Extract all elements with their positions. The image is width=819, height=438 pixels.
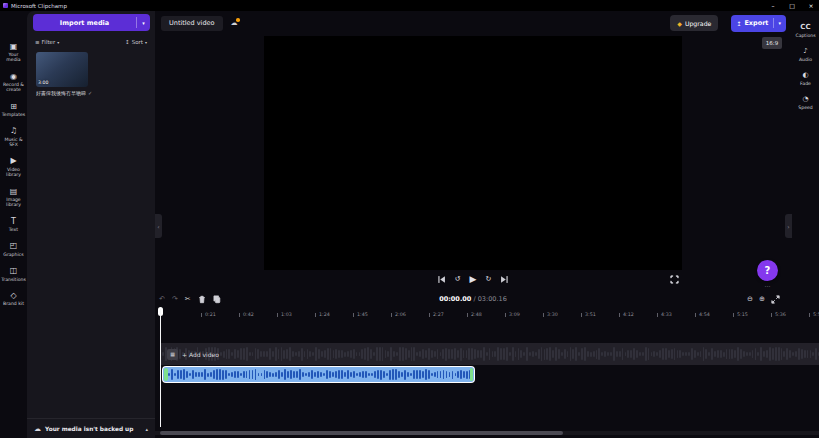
skip-to-start-button[interactable] [437, 275, 446, 284]
sidebar-item-brand-kit[interactable]: ◇ Brand kit [0, 286, 27, 311]
right-sidebar: CC Captions ♪ Audio ◐ Fade ◔ Speed [792, 11, 819, 291]
ruler-label: 3:51 [585, 312, 596, 317]
filter-button[interactable]: ≡ Filter ▾ [35, 39, 59, 45]
import-media-dropdown[interactable]: ▾ [136, 17, 150, 28]
sidebar-item-record-create[interactable]: ◉ Record & create [0, 67, 27, 97]
audio-clip[interactable] [163, 367, 474, 382]
collapse-right-panel-handle[interactable]: › [785, 214, 792, 238]
zoom-fit-icon[interactable] [771, 295, 780, 304]
ruler-tick [543, 313, 544, 317]
sidebar-item-templates[interactable]: ⊞ Templates [0, 97, 27, 122]
ruler-cell: 3:09 [505, 312, 543, 317]
ruler-cell: 1:03 [277, 312, 315, 317]
ruler-label: 5:57 [813, 312, 819, 317]
media-thumbnail[interactable]: 3:00 [36, 52, 88, 87]
sort-button[interactable]: ↕ Sort ▾ [125, 39, 147, 45]
sidebar-item-label: Graphics [3, 252, 23, 257]
filter-label: Filter [42, 39, 56, 45]
export-label: Export [744, 19, 768, 27]
fullscreen-button[interactable] [670, 275, 679, 284]
minimize-button[interactable]: – [765, 0, 781, 11]
chevron-down-icon: ▾ [57, 40, 59, 45]
ruler-cell: 3:30 [543, 312, 581, 317]
sidebar-item-your-media[interactable]: ▣ Your media [0, 37, 27, 67]
skip-to-end-button[interactable] [500, 275, 509, 284]
zoom-out-icon[interactable]: ⊖ [747, 295, 753, 303]
ruler-label: 4:12 [623, 312, 634, 317]
media-item-name: 好書俾我後悔冇早啲睇 [36, 90, 86, 96]
undo-button[interactable]: ↶ [159, 295, 165, 303]
ruler-tick [771, 313, 772, 317]
panel-item-fade[interactable]: ◐ Fade [792, 66, 819, 90]
close-button[interactable]: × [803, 0, 819, 11]
sort-label: Sort [132, 39, 143, 45]
ruler-label: 1:45 [357, 312, 368, 317]
ruler-tick [619, 313, 620, 317]
sidebar-item-image-library[interactable]: ▤ Image library [0, 182, 27, 212]
export-dropdown[interactable]: ▾ [773, 18, 781, 28]
backup-notice-bar: ☁ Your media isn't backed up ▴ [27, 418, 155, 438]
replay-button[interactable]: ↺ [455, 275, 461, 283]
ruler-label: 0:21 [205, 312, 216, 317]
panel-item-speed[interactable]: ◔ Speed [792, 90, 819, 114]
redo-button[interactable]: ↷ [172, 295, 178, 303]
video-preview[interactable] [264, 36, 682, 270]
maximize-button[interactable]: □ [784, 0, 800, 11]
media-panel: Import media ▾ ≡ Filter ▾ ↕ Sort ▾ 3:00 … [27, 11, 155, 438]
delete-button[interactable] [198, 295, 206, 304]
zoom-in-icon[interactable]: ⊕ [759, 295, 765, 303]
trim-handle-right[interactable] [470, 368, 474, 381]
timecode: 00:00.00 / 03:00.16 [264, 295, 682, 303]
aspect-ratio-button[interactable]: 16:9 [762, 37, 782, 49]
export-button[interactable]: ↥ Export ▾ [731, 15, 786, 32]
ruler-cell: 2:27 [429, 312, 467, 317]
upgrade-button[interactable]: ◆ Upgrade [670, 15, 718, 31]
import-media-button[interactable]: Import media ▾ [33, 14, 150, 31]
sidebar-item-label: Video library [1, 167, 26, 178]
trim-handle-left[interactable] [164, 368, 168, 381]
forward-button[interactable]: ↻ [485, 275, 491, 283]
sidebar-item-text[interactable]: T Text [0, 212, 27, 237]
sidebar-item-label: Your media [1, 52, 26, 63]
media-duration-badge: 3:00 [38, 80, 48, 85]
sidebar-icon-your-media: ▣ [10, 42, 18, 51]
sidebar-item-music-sfx[interactable]: ♫ Music & SFX [0, 122, 27, 152]
chevron-up-icon[interactable]: ▴ [145, 426, 148, 432]
duplicate-button[interactable] [213, 295, 221, 304]
timecode-current: 00:00.00 [439, 295, 471, 303]
sidebar-icon-record-create: ◉ [10, 72, 17, 81]
video-track-waveform [160, 343, 819, 365]
filter-icon: ≡ [35, 39, 40, 45]
ruler-tick [505, 313, 506, 317]
add-video-label: + Add video [182, 351, 219, 358]
sidebar-item-video-library[interactable]: ▶ Video library [0, 152, 27, 182]
timeline-scrollbar-thumb[interactable] [160, 431, 563, 435]
ruler-cell: 1:24 [315, 312, 353, 317]
project-title-field[interactable]: Untitled video [161, 16, 223, 31]
backup-notice-text: Your media isn't backed up [45, 426, 141, 432]
panel-item-label: Fade [800, 81, 811, 86]
sidebar-item-transitions[interactable]: ◫ Transitions [0, 262, 27, 287]
ruler-label: 1:24 [319, 312, 330, 317]
play-button[interactable]: ▶ [470, 274, 477, 284]
sidebar-item-graphics[interactable]: ◰ Graphics [0, 237, 27, 262]
collapse-media-panel-handle[interactable]: ‹ [155, 214, 162, 238]
help-button[interactable]: ? [757, 260, 778, 281]
add-video-prompt[interactable]: ▦ + Add video [167, 343, 219, 365]
sort-icon: ↕ [125, 39, 130, 45]
panel-icon-audio: ♪ [803, 47, 807, 55]
save-status-icon[interactable]: ☁ [231, 19, 238, 27]
sidebar-item-label: Music & SFX [1, 137, 26, 148]
timeline-zoom-controls: ⊖ ⊕ [747, 293, 780, 305]
sidebar-icon-graphics: ◰ [10, 241, 18, 250]
panel-item-audio[interactable]: ♪ Audio [792, 42, 819, 66]
cloud-icon: ☁ [34, 425, 41, 433]
ruler-tick [201, 313, 202, 317]
video-track[interactable]: ▦ + Add video [160, 343, 819, 365]
ruler-label: 5:36 [775, 312, 786, 317]
timeline-ruler[interactable]: 0:210:421:031:241:452:062:272:483:093:30… [155, 308, 819, 321]
ruler-tick [581, 313, 582, 317]
split-button[interactable]: ✂ [185, 295, 191, 303]
panel-item-captions[interactable]: CC Captions [792, 18, 819, 42]
ruler-cell: 5:15 [733, 312, 771, 317]
